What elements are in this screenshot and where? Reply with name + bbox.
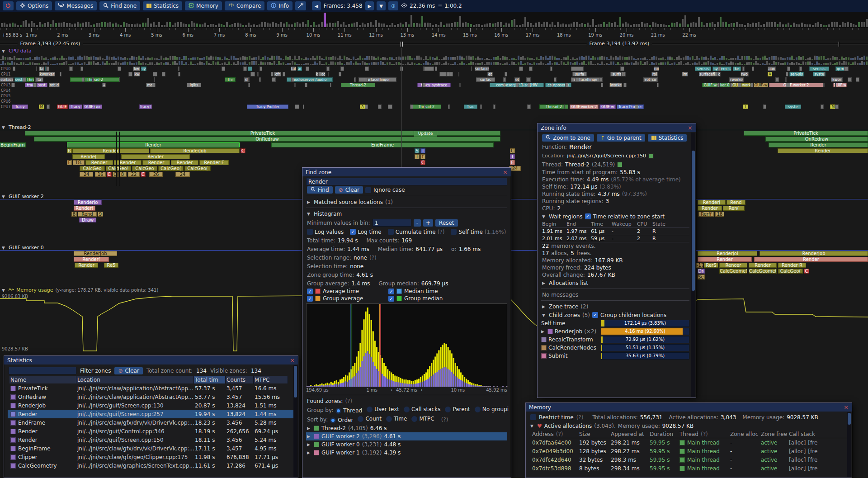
timeline-zone[interactable] — [435, 66, 437, 71]
collapse-arrow-icon[interactable]: ▼ — [530, 424, 535, 428]
sort-by-time[interactable]: Time — [386, 416, 407, 422]
timeline-zone[interactable] — [69, 66, 73, 71]
timeline-zone[interactable]: Draw — [79, 218, 96, 222]
expand-arrow-icon[interactable]: ▶ — [542, 304, 547, 309]
scrollbar-thumb[interactable] — [692, 151, 695, 291]
timeline-zone[interactable]: + — [102, 83, 106, 87]
active-allocations-row[interactable]: ▼ ♥ Active allocations (3,043), Memory u… — [529, 421, 848, 430]
timeline-zone[interactable]: RenderJob — [150, 148, 240, 153]
timeline-zone[interactable] — [33, 83, 37, 87]
group-children-checkbox[interactable]: ✓ — [592, 312, 598, 318]
close-icon[interactable]: × — [503, 169, 508, 175]
call-stack-free[interactable]: [fre — [808, 457, 817, 463]
timeline-zone[interactable] — [730, 83, 732, 87]
checkbox[interactable]: ✓ — [388, 296, 394, 302]
help-hint[interactable]: (?) — [576, 414, 584, 421]
timeline-zone[interactable]: OnRedraw — [34, 137, 500, 142]
timeline-zone[interactable] — [599, 77, 602, 82]
timeline-zone[interactable] — [259, 66, 262, 71]
scrollbar[interactable] — [691, 133, 695, 397]
wait-region-row[interactable]: 2.01 ms2.07 ms59 µs-2R — [541, 235, 689, 242]
timeline-zone[interactable] — [283, 72, 285, 76]
timeline-zone[interactable] — [448, 104, 450, 109]
timeline-zone[interactable] — [505, 72, 507, 76]
timeline-zone[interactable] — [458, 72, 459, 76]
call-stack-alloc[interactable]: [alloc] — [789, 465, 806, 472]
timeline-zone[interactable] — [471, 66, 472, 71]
memory-titlebar[interactable]: Memory × — [526, 403, 852, 412]
timeline-zone[interactable] — [250, 72, 255, 76]
timeline-zone[interactable] — [601, 83, 603, 87]
timeline-zone[interactable]: Trac — [464, 104, 477, 109]
timeline-zone[interactable] — [305, 83, 307, 87]
expand-arrow-icon[interactable]: ▶ — [307, 200, 311, 204]
timeline-zone[interactable]: rworke — [729, 77, 744, 82]
timeline-zone[interactable]: 24 — [175, 172, 190, 177]
timeline-zone[interactable]: Rerff — [698, 212, 714, 217]
expand-arrow-icon[interactable]: ▶ — [541, 329, 546, 334]
timeline-zone[interactable] — [738, 83, 741, 87]
timeline-zone[interactable]: C — [804, 269, 809, 274]
timeline-zone[interactable] — [46, 66, 49, 71]
find-zone-search-input[interactable] — [306, 178, 507, 185]
min-bin-input[interactable] — [373, 219, 411, 227]
timeline-zone[interactable]: EndFrame — [271, 142, 494, 147]
timeline-zone[interactable] — [365, 77, 368, 82]
timeline-zone[interactable] — [787, 66, 791, 71]
timeline-zone[interactable] — [529, 66, 533, 71]
timeline-zone[interactable] — [162, 72, 165, 76]
timeline-zone[interactable] — [848, 77, 852, 82]
zone-group-row[interactable]: ▶GUIF worker 2(3,296)4.61 s — [306, 432, 507, 440]
timeline-zone[interactable]: Tracy I — [139, 104, 152, 109]
timeline-zone[interactable]: S — [415, 148, 420, 153]
timeline-zone[interactable] — [799, 66, 802, 71]
column-header-zone-alloc[interactable]: Zone alloc — [730, 431, 761, 437]
timeline-zone[interactable]: cfr — [274, 72, 281, 76]
timeline-zone[interactable]: im — [682, 72, 688, 76]
help-hint[interactable]: (?) — [345, 398, 352, 404]
timeline-zone[interactable]: kw — [133, 66, 140, 71]
timeline-zone[interactable]: sen.sis — [809, 66, 829, 71]
expand-arrow-icon[interactable]: ▶ — [307, 450, 311, 455]
timeline-zone[interactable] — [80, 66, 83, 71]
timeline-zone[interactable]: 24 — [80, 172, 93, 177]
timeline-zone[interactable] — [82, 77, 84, 82]
legend-median-time[interactable]: ✓Median time — [388, 288, 470, 294]
timeline-zone[interactable] — [571, 66, 584, 71]
timeline-zone[interactable] — [763, 104, 766, 109]
table-row[interactable]: EndFramejni/../jni/src/claw/gfx/drv/vk/D… — [8, 418, 294, 427]
timeline-zone[interactable]: CalcGeo! — [106, 166, 131, 171]
help-hint[interactable]: (?) — [441, 416, 448, 423]
column-header-mtpc[interactable]: MTPC — [254, 376, 288, 383]
timeline-zone[interactable]: kw — [134, 72, 140, 76]
timeline-zone[interactable] — [504, 83, 505, 87]
timeline-zone[interactable] — [424, 66, 425, 71]
timeline-zone[interactable]: CalcGeo( — [158, 166, 184, 171]
timeline-zone[interactable]: ke — [733, 66, 741, 71]
timeline-zone[interactable] — [47, 104, 50, 109]
timeline-zone[interactable] — [446, 72, 449, 76]
timeline-zone[interactable]: tal — [291, 66, 296, 71]
timeline-zone[interactable]: RenderJ — [698, 200, 726, 205]
timeline-zone[interactable]: Rende( — [72, 154, 105, 159]
timeline-zone[interactable]: C — [107, 172, 112, 177]
timeline-zone[interactable]: BeginFrame — [0, 142, 26, 147]
timeline-zone[interactable] — [493, 104, 495, 109]
tools-button[interactable] — [295, 1, 306, 10]
timeline-zone[interactable]: GUIF-w — [754, 83, 768, 87]
power-button[interactable] — [3, 1, 14, 10]
column-header-location[interactable]: Location — [76, 376, 194, 383]
scrollbar[interactable] — [847, 412, 851, 477]
timeline-zone[interactable]: F — [67, 160, 72, 165]
ignore-case-checkbox[interactable] — [365, 187, 371, 193]
timeline-zone[interactable]: GUIF w — [599, 104, 616, 109]
source-color-swatch[interactable] — [648, 153, 654, 159]
zone-trace-row[interactable]: ▶ Zone trace (2) — [541, 302, 689, 311]
timeline-zone[interactable] — [23, 77, 26, 82]
frame-markers[interactable]: Frame 3,193 (22.45 ms) Frame 3,194 (13.9… — [0, 40, 868, 48]
timeline-zone[interactable]: CalcGeo( — [778, 269, 803, 274]
timeline-zone[interactable] — [259, 77, 261, 82]
timeline-zone[interactable] — [750, 83, 753, 87]
timeline-zone[interactable]: Thread-2 — [70, 77, 120, 82]
checkbox[interactable]: ✓ — [350, 229, 356, 235]
